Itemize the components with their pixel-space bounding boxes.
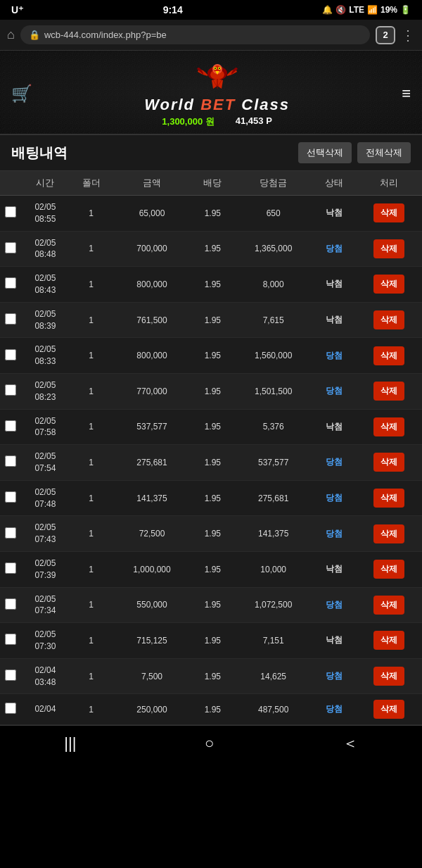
hamburger-icon[interactable]: ≡ [402,84,411,102]
row-delete-cell[interactable]: 삭제 [356,445,422,481]
row-amount: 800,000 [113,338,191,374]
row-time: 02/0508:48 [21,231,70,267]
row-amount: 250,000 [113,694,191,725]
row-amount: 761,500 [113,302,191,338]
alarm-icon: 🔔 [322,5,333,15]
browser-menu-icon[interactable]: ⋮ [401,27,415,44]
row-delete-cell[interactable]: 삭제 [356,409,422,445]
row-checkbox[interactable] [5,598,16,610]
row-prize: 8,000 [234,267,312,303]
delete-row-button[interactable]: 삭제 [373,275,404,294]
row-delete-cell[interactable]: 삭제 [356,302,422,338]
delete-row-button[interactable]: 삭제 [373,382,404,401]
row-checkbox-cell[interactable] [0,516,21,552]
header-right: ≡ [402,84,411,103]
row-prize: 1,501,500 [234,373,312,409]
row-delete-cell[interactable]: 삭제 [356,480,422,516]
delete-row-button[interactable]: 삭제 [373,453,404,472]
nav-back-icon[interactable]: ||| [64,734,76,753]
row-time: 02/0507:58 [21,409,70,445]
row-checkbox-cell[interactable] [0,302,21,338]
cart-icon[interactable]: 🛒 [11,84,32,103]
row-checkbox-cell[interactable] [0,196,21,232]
status-bar: U⁺ 9:14 🔔 🔇 LTE 📶 19% 🔋 [0,0,422,20]
row-checkbox-cell[interactable] [0,587,21,623]
row-folder: 1 [70,516,113,552]
row-checkbox-cell[interactable] [0,623,21,659]
row-amount: 141,375 [113,480,191,516]
nav-recent-icon[interactable]: ＜ [343,733,358,754]
row-delete-cell[interactable]: 삭제 [356,551,422,587]
row-status: 낙첨 [312,551,356,587]
header-banner: 🛒 [0,51,422,135]
delete-row-button[interactable]: 삭제 [373,667,404,686]
row-checkbox[interactable] [5,349,16,360]
nav-home-icon[interactable]: ○ [205,734,214,753]
delete-all-button[interactable]: 전체삭제 [357,142,411,163]
row-checkbox-cell[interactable] [0,338,21,374]
row-checkbox[interactable] [5,455,16,467]
row-checkbox-cell[interactable] [0,480,21,516]
url-box[interactable]: 🔒 wcb-444.com/index.php?p=be [20,25,370,44]
row-delete-cell[interactable]: 삭제 [356,231,422,267]
row-odds: 1.95 [191,551,235,587]
row-checkbox-cell[interactable] [0,267,21,303]
row-checkbox-cell[interactable] [0,658,21,694]
row-delete-cell[interactable]: 삭제 [356,587,422,623]
row-folder: 1 [70,267,113,303]
tab-count-button[interactable]: 2 [376,26,395,44]
row-delete-cell[interactable]: 삭제 [356,694,422,725]
delete-selected-button[interactable]: 선택삭제 [298,142,352,163]
row-checkbox-cell[interactable] [0,373,21,409]
row-delete-cell[interactable]: 삭제 [356,196,422,232]
svg-point-6 [215,68,216,69]
row-odds: 1.95 [191,658,235,694]
delete-row-button[interactable]: 삭제 [373,346,404,365]
row-delete-cell[interactable]: 삭제 [356,658,422,694]
delete-row-button[interactable]: 삭제 [373,239,404,258]
row-checkbox[interactable] [5,277,16,289]
row-checkbox[interactable] [5,491,16,503]
table-row: 02/0507:30 1 715,125 1.95 7,151 낙첨 삭제 [0,623,422,659]
row-checkbox-cell[interactable] [0,551,21,587]
row-checkbox[interactable] [5,562,16,574]
row-checkbox-cell[interactable] [0,409,21,445]
row-checkbox-cell[interactable] [0,694,21,725]
row-checkbox-cell[interactable] [0,231,21,267]
row-checkbox[interactable] [5,527,16,539]
delete-row-button[interactable]: 삭제 [373,524,404,543]
header-left: 🛒 [11,84,32,103]
row-checkbox[interactable] [5,669,16,681]
row-checkbox[interactable] [5,384,16,396]
row-amount: 7,500 [113,658,191,694]
delete-row-button[interactable]: 삭제 [373,310,404,329]
row-checkbox[interactable] [5,703,16,714]
section-header: 배팅내역 선택삭제 전체삭제 [0,135,422,171]
row-amount: 800,000 [113,267,191,303]
delete-row-button[interactable]: 삭제 [373,596,404,615]
row-checkbox[interactable] [5,420,16,432]
row-delete-cell[interactable]: 삭제 [356,338,422,374]
row-checkbox[interactable] [5,313,16,325]
delete-row-button[interactable]: 삭제 [373,560,404,579]
row-checkbox[interactable] [5,206,16,218]
delete-row-button[interactable]: 삭제 [373,489,404,508]
row-odds: 1.95 [191,587,235,623]
row-checkbox-cell[interactable] [0,445,21,481]
home-icon[interactable]: ⌂ [7,27,15,42]
col-time: 시간 [21,171,70,196]
row-delete-cell[interactable]: 삭제 [356,516,422,552]
row-folder: 1 [70,373,113,409]
row-checkbox[interactable] [5,634,16,645]
delete-row-button[interactable]: 삭제 [373,700,404,719]
delete-row-button[interactable]: 삭제 [373,631,404,650]
delete-row-button[interactable]: 삭제 [373,417,404,436]
row-time: 02/0508:23 [21,373,70,409]
row-delete-cell[interactable]: 삭제 [356,623,422,659]
row-delete-cell[interactable]: 삭제 [356,267,422,303]
row-delete-cell[interactable]: 삭제 [356,373,422,409]
row-amount: 72,500 [113,516,191,552]
row-checkbox[interactable] [5,242,16,253]
row-folder: 1 [70,658,113,694]
delete-row-button[interactable]: 삭제 [373,203,404,222]
